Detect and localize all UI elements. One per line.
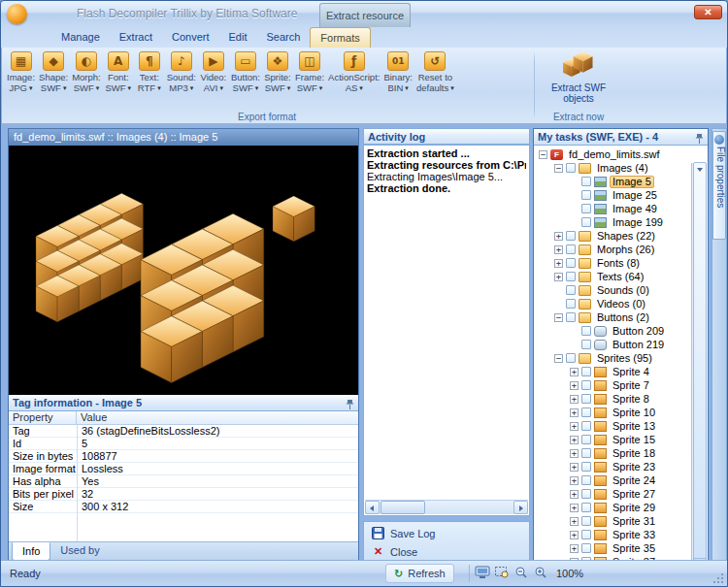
checkbox[interactable] bbox=[566, 272, 576, 281]
refresh-button[interactable]: ↻ Refresh bbox=[385, 564, 454, 583]
collapse-icon[interactable]: − bbox=[554, 313, 563, 322]
checkbox[interactable] bbox=[581, 380, 591, 390]
tree-item[interactable]: +Sprite 24 bbox=[535, 473, 691, 487]
tree-item-label[interactable]: Images (4) bbox=[594, 162, 651, 175]
tree-item[interactable]: +Texts (64) bbox=[535, 270, 691, 283]
checkbox[interactable] bbox=[581, 177, 591, 186]
expand-icon[interactable]: + bbox=[570, 449, 579, 458]
tree-item-label[interactable]: Button 209 bbox=[610, 325, 667, 338]
checkbox[interactable] bbox=[581, 326, 591, 336]
tab-manage[interactable]: Manage bbox=[51, 27, 110, 48]
checkbox[interactable] bbox=[581, 204, 591, 213]
tree-item[interactable]: +Sprite 27 bbox=[535, 487, 691, 501]
expand-icon[interactable]: + bbox=[570, 504, 579, 512]
tree-item[interactable]: +Sprite 13 bbox=[535, 419, 691, 433]
column-value[interactable]: Value bbox=[77, 411, 358, 424]
checkbox[interactable] bbox=[581, 190, 591, 200]
collapse-icon[interactable]: − bbox=[539, 150, 547, 159]
tree-item-label[interactable]: Sprites (95) bbox=[594, 352, 655, 365]
tab-search[interactable]: Search bbox=[257, 27, 311, 48]
tab-convert[interactable]: Convert bbox=[162, 27, 219, 48]
extract-swf-objects-button[interactable]: Extract SWF objects bbox=[541, 50, 616, 104]
tab-extract[interactable]: Extract bbox=[110, 27, 162, 48]
checkbox[interactable] bbox=[581, 516, 591, 526]
tree-item[interactable]: Image 25 bbox=[535, 188, 691, 202]
checkbox[interactable] bbox=[581, 340, 591, 349]
expand-icon[interactable]: + bbox=[570, 517, 579, 526]
tree-item-label[interactable]: Buttons (2) bbox=[594, 311, 652, 324]
checkbox[interactable] bbox=[581, 367, 591, 376]
tree-item-label[interactable]: Sprite 24 bbox=[610, 474, 658, 487]
sprite-export-button[interactable]: ❖Sprite:SWF▾ bbox=[262, 49, 293, 93]
tree-item-label[interactable]: Sprite 4 bbox=[610, 366, 652, 378]
pin-icon[interactable] bbox=[695, 132, 704, 146]
tab-formats[interactable]: Formats bbox=[310, 27, 370, 48]
tree-item[interactable]: +Sprite 7 bbox=[535, 378, 691, 392]
video-export-button[interactable]: ▶Video:AVI▾ bbox=[198, 49, 229, 93]
tree-item-label[interactable]: Sprite 10 bbox=[610, 407, 658, 419]
checkbox[interactable] bbox=[581, 421, 591, 431]
tag-table-row[interactable]: Has alphaYes bbox=[9, 475, 358, 488]
checkbox[interactable] bbox=[566, 245, 576, 254]
tag-table-row[interactable]: Id5 bbox=[9, 438, 358, 450]
tree-item[interactable]: +Sprite 4 bbox=[535, 365, 691, 378]
tree-item[interactable]: Sounds (0) bbox=[535, 283, 691, 297]
expand-icon[interactable]: + bbox=[570, 408, 579, 417]
tree-item-label[interactable]: Shapes (22) bbox=[594, 230, 658, 243]
tree-item[interactable]: +Shapes (22) bbox=[535, 229, 691, 243]
image-export-button[interactable]: ▦Image:JPG▾ bbox=[5, 49, 37, 93]
tree-item[interactable]: Image 5 bbox=[535, 175, 691, 188]
tree-item[interactable]: Button 209 bbox=[535, 324, 691, 338]
close-log-button[interactable]: ✕ Close bbox=[364, 542, 529, 561]
tag-table-row[interactable]: Bits per pixel32 bbox=[9, 488, 358, 501]
tree-item[interactable]: Button 219 bbox=[535, 338, 691, 351]
checkbox[interactable] bbox=[566, 299, 576, 309]
expand-icon[interactable]: + bbox=[554, 232, 563, 241]
tree-item-label[interactable]: Sprite 18 bbox=[610, 447, 658, 460]
tree-item[interactable]: −Sprites (95) bbox=[535, 351, 691, 365]
file-properties-tab[interactable]: File properties bbox=[712, 131, 726, 240]
morph-export-button[interactable]: ◐Morph:SWF▾ bbox=[70, 49, 103, 93]
tree-item[interactable]: +Sprite 15 bbox=[535, 433, 691, 446]
checkbox[interactable] bbox=[581, 489, 591, 499]
expand-icon[interactable]: + bbox=[554, 259, 563, 268]
tab-info[interactable]: Info bbox=[12, 542, 50, 561]
tree-item-label[interactable]: Image 25 bbox=[610, 189, 660, 202]
sound-export-button[interactable]: ♪Sound:MP3▾ bbox=[165, 49, 198, 93]
checkbox[interactable] bbox=[581, 462, 591, 472]
checkbox[interactable] bbox=[581, 394, 591, 404]
checkbox[interactable] bbox=[566, 231, 576, 241]
tab-edit[interactable]: Edit bbox=[219, 27, 257, 48]
text-export-button[interactable]: ¶Text:RTF▾ bbox=[134, 49, 165, 93]
button-export-button[interactable]: ▭Button:SWF▾ bbox=[229, 49, 262, 93]
actionscript-export-button[interactable]: ƒActionScript:AS▾ bbox=[326, 49, 381, 93]
expand-icon[interactable]: + bbox=[570, 531, 579, 539]
tree-item-label[interactable]: Sprite 31 bbox=[610, 515, 658, 528]
collapse-icon[interactable]: − bbox=[554, 164, 563, 173]
zoom-level[interactable]: 100% bbox=[556, 568, 583, 579]
tree-item[interactable]: +Sprite 23 bbox=[535, 460, 691, 473]
checkbox[interactable] bbox=[566, 312, 576, 322]
vertical-scrollbar[interactable] bbox=[691, 163, 707, 560]
horizontal-scrollbar[interactable] bbox=[365, 500, 528, 514]
tab-used-by[interactable]: Used by bbox=[50, 542, 109, 561]
checkbox[interactable] bbox=[566, 163, 576, 173]
resize-grip[interactable] bbox=[712, 571, 725, 584]
tag-table-row[interactable]: Image formatLossless bbox=[9, 463, 358, 475]
tag-table-row[interactable]: Tag36 (stagDefineBitsLossless2) bbox=[9, 425, 358, 438]
reset-export-button[interactable]: ↺Reset todefaults▾ bbox=[414, 49, 456, 93]
font-export-button[interactable]: AFont:SWF▾ bbox=[103, 49, 134, 93]
tree-item[interactable]: +Sprite 35 bbox=[535, 541, 691, 555]
zoom-region-icon[interactable] bbox=[494, 566, 511, 581]
expand-icon[interactable]: + bbox=[570, 476, 579, 485]
tree-item-label[interactable]: Sprite 27 bbox=[610, 488, 658, 501]
scroll-right-icon[interactable] bbox=[513, 501, 528, 514]
checkbox[interactable] bbox=[566, 258, 576, 268]
tree-item[interactable]: +Sprite 29 bbox=[535, 501, 691, 514]
zoom-out-icon[interactable] bbox=[513, 566, 530, 581]
tree-item[interactable]: +Sprite 18 bbox=[535, 446, 691, 460]
tree-item-label[interactable]: Button 219 bbox=[610, 339, 667, 351]
tree-item-label[interactable]: Fonts (8) bbox=[594, 257, 643, 270]
checkbox[interactable] bbox=[566, 285, 576, 295]
checkbox[interactable] bbox=[581, 435, 591, 444]
